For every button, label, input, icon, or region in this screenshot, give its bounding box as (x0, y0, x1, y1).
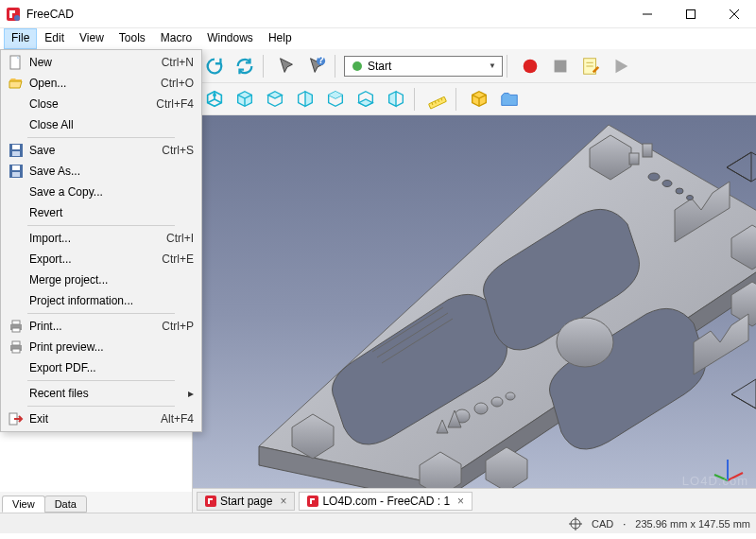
chevron-right-icon: ▸ (188, 387, 194, 400)
workbench-selector[interactable]: Start ▼ (344, 56, 503, 77)
svg-rect-51 (12, 328, 20, 332)
svg-rect-50 (12, 321, 20, 324)
freecad-doc-icon (307, 496, 318, 507)
menu-item-label: Close All (29, 118, 194, 131)
menu-separator (27, 313, 175, 314)
file-menu-dropdown: NewCtrl+NOpen...Ctrl+OCloseCtrl+F4Close … (0, 49, 202, 432)
menu-windows[interactable]: Windows (199, 28, 261, 49)
file-menu-item[interactable]: Project information... (3, 290, 199, 311)
svg-point-20 (557, 318, 613, 367)
viewport-3d[interactable]: Start page × LO4D.com - FreeCAD : 1 × LO… (193, 115, 756, 513)
svg-point-24 (687, 196, 694, 200)
status-mode[interactable]: CAD (592, 518, 613, 530)
file-menu-item[interactable]: Print...Ctrl+P (3, 316, 199, 337)
menu-item-label: Close (29, 97, 156, 111)
file-menu-item[interactable]: Export...Ctrl+E (3, 249, 199, 270)
menu-item-label: Recent files (29, 387, 188, 400)
svg-rect-54 (12, 349, 20, 353)
file-menu-item[interactable]: Open...Ctrl+O (3, 73, 199, 94)
chevron-down-icon: ▼ (485, 61, 500, 70)
file-menu-item[interactable]: Save a Copy... (3, 182, 199, 202)
file-menu-item[interactable]: Recent files▸ (3, 383, 199, 404)
blank-icon (7, 252, 26, 267)
file-menu-item[interactable]: CloseCtrl+F4 (3, 94, 199, 114)
file-menu-item[interactable]: SaveCtrl+S (3, 140, 199, 161)
svg-line-34 (728, 473, 743, 480)
file-menu-item[interactable]: Save As... (3, 161, 199, 182)
blank-icon (7, 96, 26, 112)
menu-edit[interactable]: Edit (37, 28, 72, 49)
menu-item-label: Merge project... (29, 273, 194, 287)
macro-edit-button[interactable] (576, 52, 605, 80)
svg-point-32 (491, 397, 503, 407)
svg-rect-3 (687, 9, 696, 18)
macro-play-button[interactable] (607, 52, 635, 80)
close-icon[interactable]: × (457, 495, 464, 508)
view-left-button[interactable] (382, 85, 410, 113)
view-rear-button[interactable] (321, 85, 350, 113)
menu-tools[interactable]: Tools (112, 28, 153, 49)
close-icon[interactable]: × (280, 495, 286, 508)
maximize-button[interactable] (669, 0, 713, 28)
doc-tab-label: Start page (220, 495, 272, 508)
file-menu-item[interactable]: NewCtrl+N (3, 52, 199, 73)
app-logo-icon (6, 7, 21, 22)
menu-item-label: New (29, 56, 162, 69)
menu-help[interactable]: Help (261, 28, 300, 49)
menu-view[interactable]: View (72, 28, 112, 49)
doc-tab-active[interactable]: LO4D.com - FreeCAD : 1 × (299, 492, 472, 511)
view-bottom-button[interactable] (352, 85, 380, 113)
blank-icon (7, 386, 26, 401)
menu-item-shortcut: Ctrl+F4 (156, 97, 194, 111)
menu-bar: File Edit View Tools Macro Windows Help (0, 28, 756, 49)
group-button[interactable] (495, 85, 524, 113)
whatsthis-button[interactable]: ? (302, 52, 331, 80)
cursor-button[interactable] (272, 52, 301, 80)
file-menu-item[interactable]: ExitAlt+F4 (3, 409, 199, 429)
file-menu-item[interactable]: Merge project... (3, 270, 199, 290)
close-button[interactable] (713, 0, 756, 28)
status-dimensions: 235.96 mm x 147.55 mm (635, 518, 750, 530)
start-icon (351, 60, 364, 73)
svg-rect-37 (205, 496, 216, 507)
menu-item-shortcut: Ctrl+P (162, 320, 194, 333)
menu-item-shortcut: Alt+F4 (161, 412, 194, 426)
file-menu-item[interactable]: Export PDF... (3, 357, 199, 378)
svg-rect-26 (643, 144, 652, 157)
doc-tab-startpage[interactable]: Start page × (197, 492, 295, 511)
file-menu-item[interactable]: Revert (3, 202, 199, 223)
printer-icon (7, 319, 26, 334)
part-button[interactable] (465, 85, 493, 113)
menu-item-label: Project information... (29, 294, 194, 307)
file-menu-item[interactable]: Print preview... (3, 337, 199, 357)
workbench-selected: Start (368, 60, 485, 73)
menu-item-label: Save As... (29, 165, 194, 178)
file-menu-item[interactable]: Close All (3, 114, 199, 135)
status-target (569, 517, 582, 530)
side-tab-view[interactable]: View (2, 496, 45, 513)
svg-point-21 (648, 173, 660, 181)
view-iso-button[interactable] (200, 85, 229, 113)
view-front-button[interactable] (231, 85, 259, 113)
minimize-button[interactable] (626, 0, 669, 28)
file-menu-item[interactable]: Import...Ctrl+I (3, 228, 199, 249)
blank-icon (7, 117, 26, 132)
menu-file[interactable]: File (4, 28, 37, 49)
view-right-button[interactable] (291, 85, 319, 113)
blank-icon (7, 205, 26, 220)
refresh-all-button[interactable] (231, 52, 259, 80)
svg-point-31 (474, 403, 488, 414)
measure-button[interactable] (423, 85, 452, 113)
menu-macro[interactable]: Macro (153, 28, 199, 49)
side-tab-data[interactable]: Data (44, 496, 87, 513)
menu-item-label: Export PDF... (29, 361, 194, 374)
refresh-button[interactable] (200, 52, 229, 80)
menu-item-shortcut: Ctrl+S (162, 144, 194, 157)
svg-point-33 (506, 392, 515, 400)
floppy-icon (7, 143, 26, 158)
view-top-button[interactable] (261, 85, 289, 113)
svg-rect-25 (629, 153, 639, 165)
macro-record-button[interactable] (516, 52, 544, 80)
macro-stop-button[interactable] (546, 52, 575, 80)
menu-separator (27, 380, 175, 381)
